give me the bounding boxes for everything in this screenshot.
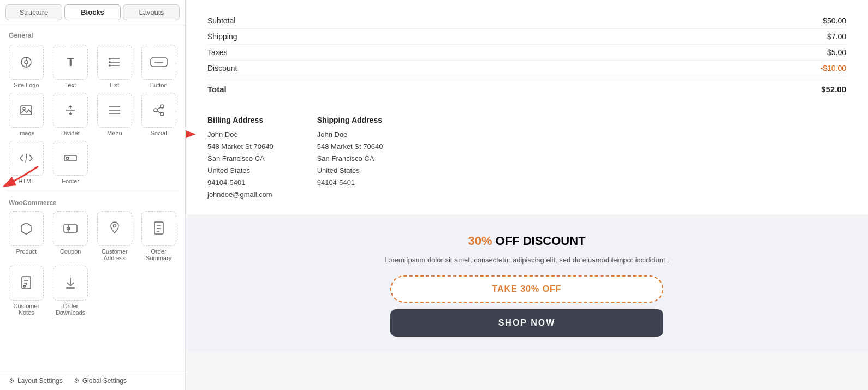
block-customer-address[interactable]: Customer Address [95,211,135,261]
tab-layouts[interactable]: Layouts [123,4,180,20]
svg-rect-29 [64,225,77,232]
general-blocks-grid: Site Logo T Text List [0,43,185,189]
block-order-downloads[interactable]: Order Downloads [51,266,91,316]
discount-value: -$10.00 [821,64,846,73]
shipping-label: Shipping [207,32,237,41]
total-label: Total [207,85,227,94]
svg-point-20 [160,105,164,108]
address-section: Billing Address John Doe 548 Market St 7… [207,110,846,201]
layout-settings-button[interactable]: ⚙ Layout Settings [9,377,63,385]
block-customer-notes[interactable]: Customer Notes [7,266,46,316]
promo-title: 30% OFF DISCOUNT [207,234,846,248]
product-icon [9,211,44,246]
svg-point-7 [109,58,110,59]
svg-point-22 [160,112,164,116]
svg-point-9 [109,65,110,66]
svg-line-24 [157,107,160,110]
section-divider [7,191,179,191]
svg-rect-12 [21,106,32,115]
tab-bar: Structure Blocks Layouts [0,0,185,25]
block-footer[interactable]: Footer [51,141,91,184]
woocommerce-blocks-grid: Product Coupon Customer Address [0,209,185,320]
svg-point-8 [109,62,110,63]
text-label: Text [65,82,76,88]
site-logo-icon [9,45,44,80]
red-arrow-address [186,123,199,145]
order-downloads-label: Order Downloads [51,303,91,316]
tab-structure[interactable]: Structure [5,4,62,20]
total-value: $52.00 [821,85,846,94]
block-image[interactable]: Image [7,93,46,136]
menu-icon [97,93,132,128]
taxes-row: Taxes $5.00 [207,45,846,61]
block-html[interactable]: HTML [7,141,46,184]
order-downloads-icon [53,266,88,301]
subtotal-label: Subtotal [207,16,235,25]
divider-icon [53,93,88,128]
shop-now-button[interactable]: SHOP NOW [390,309,663,337]
layout-settings-icon: ⚙ [9,377,15,385]
site-logo-label: Site Logo [14,82,39,88]
customer-address-label: Customer Address [95,248,135,261]
take-discount-button[interactable]: TAKE 30% OFF [390,275,663,303]
svg-point-32 [113,225,116,227]
billing-address-block: Billing Address John Doe 548 Market St 7… [207,116,274,201]
order-summary-section: Subtotal $50.00 Shipping $7.00 Taxes $5.… [207,13,846,97]
total-row: Total $52.00 [207,79,846,97]
block-social[interactable]: Social [139,93,179,136]
block-list[interactable]: List [95,45,135,88]
divider-label: Divider [61,130,80,136]
block-coupon[interactable]: Coupon [51,211,91,261]
svg-point-1 [25,61,28,64]
button-icon [141,45,176,80]
shipping-address-title: Shipping Address [317,116,383,124]
svg-rect-27 [66,157,69,159]
subtotal-row: Subtotal $50.00 [207,13,846,29]
global-settings-icon: ⚙ [74,377,80,385]
block-site-logo[interactable]: Site Logo [7,45,46,88]
menu-label: Menu [107,130,122,136]
product-label: Product [16,248,37,255]
promo-section: 30% OFF DISCOUNT Lorem ipsum dolor sit a… [186,219,868,352]
discount-label: Discount [207,64,237,73]
block-divider[interactable]: Divider [51,93,91,136]
svg-rect-33 [154,222,163,234]
customer-address-icon [97,211,132,246]
social-icon [141,93,176,128]
taxes-value: $5.00 [827,48,846,57]
coupon-label: Coupon [60,248,81,255]
block-button[interactable]: Button [139,45,179,88]
global-settings-button[interactable]: ⚙ Global Settings [74,377,127,385]
general-section-label: General [0,25,185,43]
tab-blocks[interactable]: Blocks [64,4,121,20]
shipping-value: $7.00 [827,32,846,41]
right-panel: Subtotal $50.00 Shipping $7.00 Taxes $5.… [186,0,868,390]
shipping-address-block: Shipping Address John Doe 548 Market St … [317,116,383,201]
svg-point-21 [154,109,157,112]
svg-point-13 [23,107,25,110]
woocommerce-section-label: WooCommerce [9,199,57,207]
order-summary-label: Order Summary [139,248,179,261]
block-product[interactable]: Product [7,211,46,261]
footer-icon [53,141,88,176]
button-label: Button [150,82,168,88]
addresses-container: Billing Address John Doe 548 Market St 7… [207,110,846,201]
image-label: Image [18,130,35,136]
text-icon: T [53,45,88,80]
footer-label: Footer [62,178,79,184]
coupon-icon [53,211,88,246]
svg-line-23 [157,111,160,113]
block-text[interactable]: T Text [51,45,91,88]
order-summary-icon [141,211,176,246]
global-settings-label: Global Settings [82,377,127,385]
shipping-address-details: John Doe 548 Market St 70640 San Francis… [317,129,383,189]
block-menu[interactable]: Menu [95,93,135,136]
block-order-summary[interactable]: Order Summary [139,211,179,261]
promo-description: Lorem ipsum dolor sit amet, consectetur … [207,255,846,266]
social-label: Social [151,130,167,136]
image-icon [9,93,44,128]
customer-notes-label: Customer Notes [7,303,46,316]
discount-row: Discount -$10.00 [207,61,846,76]
svg-line-25 [26,154,27,163]
html-label: HTML [18,178,34,184]
